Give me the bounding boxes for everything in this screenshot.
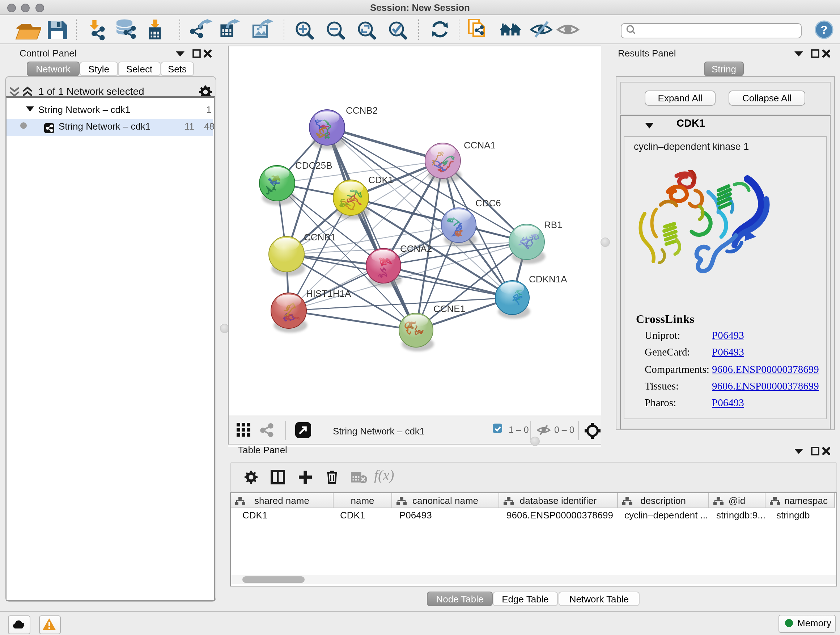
svg-text:?: ? <box>821 23 828 36</box>
